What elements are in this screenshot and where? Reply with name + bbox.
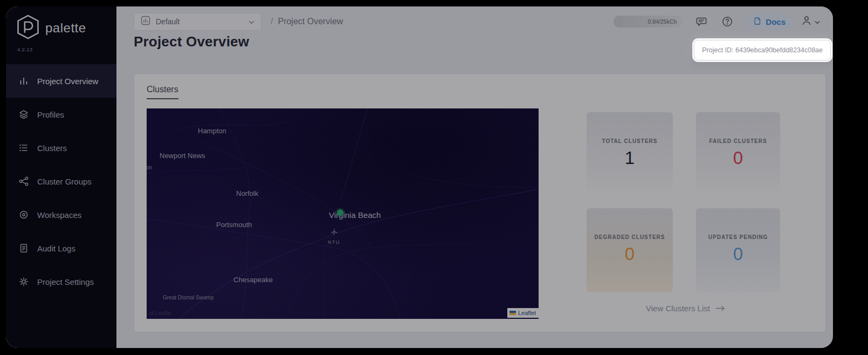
map-label-hampton: Hampton [198, 127, 226, 135]
cluster-stats: TOTAL CLUSTERS 1 FAILED CLUSTERS 0 DEGRA… [587, 112, 780, 292]
sidebar-item-clusters[interactable]: Clusters [6, 131, 116, 165]
sidebar-item-profiles[interactable]: Profiles [6, 98, 116, 131]
leaflet-flag-icon [509, 311, 516, 315]
user-menu[interactable] [801, 15, 820, 29]
map-label-lton: lton [147, 165, 152, 170]
topbar: Default / Project Overview 0.94/25kCh Do… [134, 12, 820, 31]
app-name: palette [45, 21, 86, 36]
sidebar-item-cluster-groups[interactable]: Cluster Groups [6, 165, 116, 198]
docs-icon [753, 17, 762, 27]
app-version: 4.2.13 [17, 46, 116, 52]
clusters-map[interactable]: Hampton Newport News lton Norfolk Virgin… [147, 108, 539, 319]
sidebar-nav: Project Overview Profiles Clusters Clust… [6, 64, 116, 298]
project-selector-dropdown[interactable]: Default [134, 13, 261, 31]
sidebar-item-label: Workspaces [37, 210, 81, 220]
arrow-right-icon [715, 304, 725, 313]
map-label-norfolk: Norfolk [236, 189, 258, 197]
map-label-great-dismal-swamp: Great Dismal Swamp [163, 295, 213, 301]
sidebar-item-project-overview[interactable]: Project Overview [6, 64, 116, 98]
sidebar-item-workspaces[interactable]: Workspaces [6, 198, 116, 231]
sidebar-item-label: Clusters [37, 144, 67, 153]
cluster-list-icon [18, 142, 29, 153]
project-id-tooltip: Project ID: 6439ebca90befdd8234c08ae [694, 40, 831, 60]
chevron-down-icon [815, 17, 820, 26]
layers-icon [18, 109, 29, 120]
sidebar-item-label: Audit Logs [37, 244, 75, 253]
cluster-map-marker[interactable] [337, 209, 343, 216]
view-clusters-list-link[interactable]: View Clusters List [646, 304, 725, 313]
mini-chart-icon [141, 16, 150, 28]
breadcrumb: Project Overview [278, 17, 343, 26]
stat-value: 1 [625, 148, 635, 168]
sidebar-item-label: Profiles [37, 110, 64, 119]
page-title: Project Overview [134, 33, 249, 50]
bar-chart-icon [18, 76, 29, 86]
airport-icon [330, 228, 337, 235]
leaflet-attribution: Leaflet [507, 308, 539, 318]
view-clusters-list-label: View Clusters List [646, 304, 710, 313]
stat-label: UPDATES PENDING [708, 234, 768, 240]
map-label-chesapeake: Chesapeake [233, 276, 273, 284]
document-icon [18, 243, 29, 254]
stat-label: DEGRADED CLUSTERS [595, 234, 665, 240]
breadcrumb-separator: / [271, 17, 273, 26]
sidebar-item-audit-logs[interactable]: Audit Logs [6, 231, 116, 265]
sidebar-item-project-settings[interactable]: Project Settings [6, 265, 116, 298]
project-selector-value: Default [156, 17, 243, 26]
stat-degraded-clusters: DEGRADED CLUSTERS 0 [587, 208, 673, 292]
workspace-icon [18, 209, 29, 220]
stat-value: 0 [625, 244, 635, 264]
gear-icon [18, 276, 29, 287]
docs-button[interactable]: Docs [746, 14, 793, 30]
help-icon[interactable] [721, 15, 734, 28]
stat-total-clusters: TOTAL CLUSTERS 1 [587, 112, 673, 196]
usage-badge[interactable]: 0.94/25kCh [614, 16, 682, 28]
sidebar-item-label: Project Overview [37, 77, 98, 86]
clusters-card: Clusters Hampton Newport News lt [134, 73, 826, 332]
palette-logo-icon [16, 14, 40, 42]
sidebar: palette 4.2.13 Project Overview Profiles [6, 6, 116, 348]
leaflet-link[interactable]: Leaflet [518, 310, 536, 316]
map-attribution-left: of Leaflet [149, 310, 171, 316]
logo[interactable]: palette [16, 15, 116, 41]
clusters-heading: Clusters [147, 85, 178, 99]
chat-icon[interactable] [695, 15, 708, 28]
network-icon [18, 176, 29, 187]
map-label-ntu: NTU [328, 240, 340, 245]
stat-label: FAILED CLUSTERS [709, 138, 767, 144]
stat-value: 0 [733, 148, 743, 168]
stat-updates-pending: UPDATES PENDING 0 [696, 208, 780, 292]
stat-value: 0 [733, 244, 743, 264]
map-label-portsmouth: Portsmouth [216, 221, 252, 229]
map-label-newport-news: Newport News [160, 152, 205, 160]
stat-label: TOTAL CLUSTERS [602, 138, 658, 144]
stat-failed-clusters: FAILED CLUSTERS 0 [696, 112, 780, 196]
sidebar-item-label: Cluster Groups [37, 177, 92, 186]
docs-label: Docs [766, 17, 786, 26]
chevron-down-icon [249, 17, 254, 26]
sidebar-item-label: Project Settings [37, 277, 94, 286]
app-window: palette 4.2.13 Project Overview Profiles [6, 6, 833, 348]
user-icon [801, 15, 812, 29]
